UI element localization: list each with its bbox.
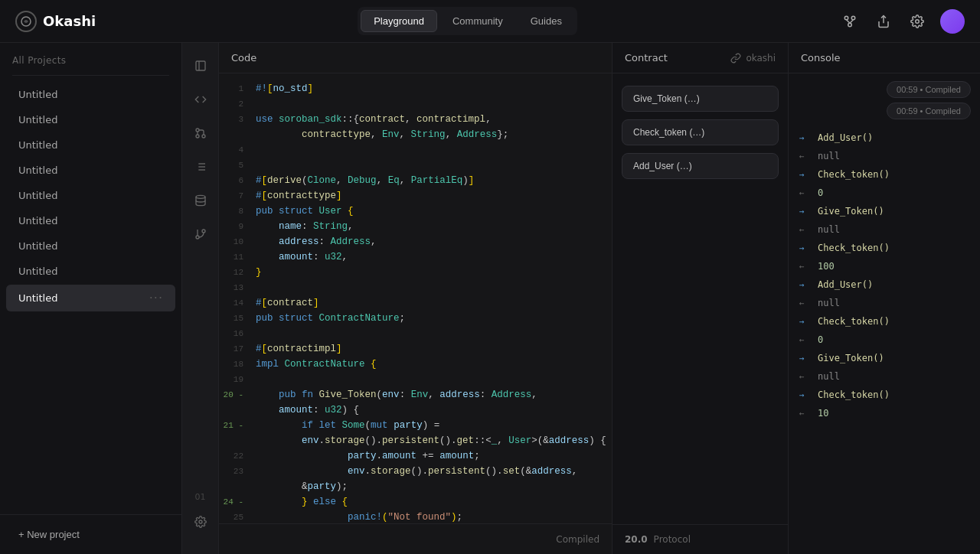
logo-text: Okashi bbox=[43, 13, 96, 29]
svg-line-4 bbox=[846, 19, 850, 23]
svg-point-23 bbox=[196, 236, 199, 239]
code-line-21: 21 - if let Some(mut party) = bbox=[219, 419, 612, 435]
log-entry-8: → Add_User() bbox=[789, 275, 980, 294]
contract-btn-add-user[interactable]: Add_User (…) bbox=[622, 153, 779, 179]
log-text-11: 0 bbox=[818, 334, 823, 345]
log-text-12: Give_Token() bbox=[818, 353, 884, 363]
log-arrow-out-icon-12: → bbox=[799, 354, 812, 363]
new-project-button[interactable]: + New project bbox=[12, 524, 169, 545]
sidebar-item-7[interactable]: Untitled bbox=[6, 259, 175, 283]
sidebar-item-6[interactable]: Untitled bbox=[6, 234, 175, 258]
log-entry-2: → Check_token() bbox=[789, 165, 980, 184]
code-line-21b: env.storage().persistent().get::<_, User… bbox=[219, 435, 612, 450]
code-line-23: 23 env.storage().persistent().set(&addre… bbox=[219, 465, 612, 481]
code-panel-header: Code bbox=[219, 43, 612, 73]
topnav: Okashi Playground Community Guides bbox=[0, 0, 980, 43]
log-text-1: null bbox=[818, 151, 840, 161]
link-icon bbox=[730, 53, 741, 64]
svg-point-3 bbox=[848, 23, 852, 27]
main-layout: All Projects Untitled Untitled Untitled … bbox=[0, 43, 980, 554]
log-arrow-in-icon-3: ← bbox=[799, 188, 812, 198]
sidebar-item-label-7: Untitled bbox=[18, 266, 57, 277]
sidebar-item-label-0: Untitled bbox=[18, 89, 57, 100]
code-panel-footer: Compiled bbox=[219, 523, 612, 554]
contract-version: 20.0 bbox=[625, 534, 648, 545]
code-line-4: 4 bbox=[219, 144, 612, 159]
log-entry-13: ← null bbox=[789, 367, 980, 386]
log-text-14: Check_token() bbox=[818, 389, 890, 400]
console-log: → Add_User() ← null → Check_token() ← 0 … bbox=[789, 122, 980, 554]
code-line-11: 11 amount: u32, bbox=[219, 251, 612, 266]
svg-point-20 bbox=[196, 195, 205, 198]
sidebar-item-2[interactable]: Untitled bbox=[6, 133, 175, 157]
sidebar-item-label-2: Untitled bbox=[18, 139, 57, 151]
log-arrow-in-icon-7: ← bbox=[799, 262, 812, 272]
icon-sidebar: 01 bbox=[182, 43, 219, 554]
code-line-8: 8 pub struct User { bbox=[219, 205, 612, 220]
user-avatar[interactable] bbox=[940, 9, 965, 34]
svg-point-2 bbox=[851, 16, 855, 20]
sidebar: All Projects Untitled Untitled Untitled … bbox=[0, 43, 182, 554]
contract-protocol-label: Protocol bbox=[654, 534, 691, 545]
code-icon[interactable] bbox=[187, 86, 214, 113]
log-text-6: Check_token() bbox=[818, 243, 890, 253]
contract-header: Contract okashi bbox=[612, 43, 788, 73]
git-icon[interactable] bbox=[839, 11, 861, 32]
compiled-pill-0[interactable]: 00:59 • Compiled bbox=[887, 81, 971, 98]
svg-point-11 bbox=[196, 129, 199, 132]
contract-btn-give-token[interactable]: Give_Token (…) bbox=[622, 86, 779, 112]
sidebar-item-0[interactable]: Untitled bbox=[6, 83, 175, 106]
toggle-sidebar-icon[interactable] bbox=[187, 52, 214, 80]
code-line-3: 3 use soroban_sdk::{contract, contractim… bbox=[219, 113, 612, 129]
code-line-5: 5 bbox=[219, 159, 612, 174]
sidebar-item-5[interactable]: Untitled bbox=[6, 209, 175, 233]
nav-guides[interactable]: Guides bbox=[518, 10, 574, 32]
sidebar-item-menu-icon[interactable]: ··· bbox=[149, 291, 163, 305]
log-arrow-in-icon-5: ← bbox=[799, 225, 812, 235]
sidebar-item-3[interactable]: Untitled bbox=[6, 158, 175, 182]
settings-icon[interactable] bbox=[906, 11, 928, 32]
icon-sidebar-bottom: 01 bbox=[187, 492, 214, 545]
sidebar-item-4[interactable]: Untitled bbox=[6, 184, 175, 207]
sidebar-item-8[interactable]: Untitled ··· bbox=[6, 285, 175, 311]
topnav-right bbox=[839, 9, 965, 34]
code-line-1: 1 #![no_std] bbox=[219, 83, 612, 98]
svg-rect-8 bbox=[196, 61, 205, 70]
log-text-5: null bbox=[818, 224, 840, 235]
database-icon[interactable] bbox=[187, 187, 214, 214]
code-line-20b: amount: u32) { bbox=[219, 404, 612, 419]
code-line-6: 6 #[derive(Clone, Debug, Eq, PartialEq)] bbox=[219, 174, 612, 190]
console-compiled-btns: 00:59 • Compiled 00:59 • Compiled bbox=[789, 73, 980, 122]
log-entry-3: ← 0 bbox=[789, 184, 980, 202]
compiled-badge: Compiled bbox=[556, 534, 599, 545]
code-line-18: 18 impl ContractNature { bbox=[219, 358, 612, 373]
sidebar-item-label-5: Untitled bbox=[18, 215, 57, 226]
branch-icon[interactable] bbox=[187, 119, 214, 147]
sidebar-item-1[interactable]: Untitled bbox=[6, 108, 175, 132]
code-line-16: 16 bbox=[219, 328, 612, 343]
logo[interactable]: Okashi bbox=[15, 11, 96, 32]
code-line-12: 12 } bbox=[219, 266, 612, 282]
list-icon[interactable] bbox=[187, 153, 214, 181]
log-arrow-out-icon-10: → bbox=[799, 317, 812, 327]
code-content[interactable]: 1 #![no_std] 2 3 use soroban_sdk::{contr… bbox=[219, 73, 612, 523]
svg-point-1 bbox=[844, 16, 848, 20]
sidebar-divider bbox=[12, 75, 169, 76]
log-text-9: null bbox=[818, 298, 840, 308]
contract-link[interactable]: okashi bbox=[730, 53, 776, 64]
git-branch-icon[interactable] bbox=[187, 220, 214, 248]
code-line-13: 13 bbox=[219, 282, 612, 297]
log-entry-10: → Check_token() bbox=[789, 312, 980, 331]
nav-playground[interactable]: Playground bbox=[361, 10, 437, 32]
sidebar-item-label-4: Untitled bbox=[18, 190, 57, 201]
code-line-17: 17 #[contractimpl] bbox=[219, 343, 612, 358]
log-arrow-out-icon-4: → bbox=[799, 207, 812, 217]
contract-btn-check-token[interactable]: Check_token (…) bbox=[622, 119, 779, 145]
sidebar-item-label-6: Untitled bbox=[18, 240, 57, 252]
share-icon[interactable] bbox=[873, 11, 894, 32]
code-line-14: 14 #[contract] bbox=[219, 297, 612, 312]
settings-gear-icon[interactable] bbox=[187, 508, 214, 536]
compiled-pill-1[interactable]: 00:59 • Compiled bbox=[887, 103, 971, 119]
nav-community[interactable]: Community bbox=[440, 10, 515, 32]
log-arrow-out-icon-14: → bbox=[799, 390, 812, 400]
